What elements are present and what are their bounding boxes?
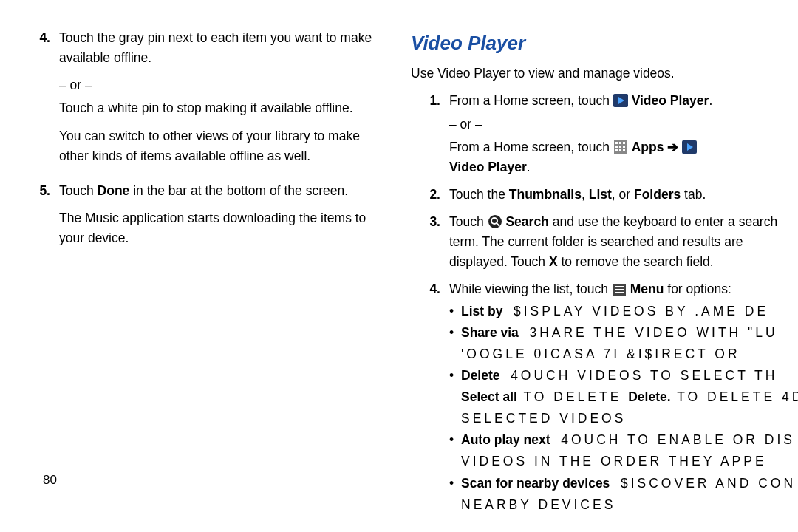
bullet: • — [449, 474, 461, 494]
text: While viewing the list, touch — [449, 282, 612, 296]
text: to remove the search field. — [558, 254, 714, 269]
search-icon — [488, 215, 502, 228]
step-body: From a Home screen, touch Video Player. … — [449, 91, 798, 177]
auto-play-next-label: Auto play next — [461, 432, 550, 447]
svg-rect-9 — [615, 149, 618, 151]
text: Touch — [449, 214, 488, 229]
garbled-text: NEARBY DEVICES — [449, 495, 798, 515]
apps-icon — [613, 140, 628, 154]
list-item: • Scan for nearby devices $ISCOVER AND C… — [449, 474, 798, 494]
list-item: • Share via 3HARE THE VIDEO WITH "LU — [449, 323, 798, 343]
text: From a Home screen, touch — [449, 140, 613, 154]
list-item: Select all TO DELETE Delete. TO DELETE 4… — [449, 387, 798, 407]
svg-rect-19 — [615, 289, 624, 290]
text: Share via 3HARE THE VIDEO WITH "LU — [461, 323, 798, 343]
delete-inline-label: Delete. — [628, 389, 670, 404]
folders-label: Folders — [634, 187, 681, 202]
share-via-label: Share via — [461, 325, 519, 340]
text: Touch the gray pin next to each item you… — [59, 28, 386, 68]
step-5: 5. Touch Done in the bar at the bottom o… — [21, 181, 386, 256]
step-2: 2. Touch the Thumbnails, List, or Folder… — [411, 185, 798, 205]
text: . — [527, 160, 531, 174]
garbled-text: $ISCOVER AND CON — [621, 476, 796, 491]
step-body: Touch Search and use the keyboard to ent… — [449, 212, 798, 272]
step-number: 5. — [21, 181, 59, 256]
section-title: Video Player — [411, 28, 798, 58]
garbled-text: 'OOGLE 0ICASA 7I &I$IRECT OR — [449, 344, 798, 364]
select-all-label: Select all — [461, 389, 517, 404]
text: List by $ISPLAY VIDEOS BY .AME DE — [461, 301, 798, 321]
text: for options: — [664, 282, 731, 296]
text: Video Player. — [449, 157, 798, 177]
video-player-label: Video Player — [449, 160, 527, 174]
x-label: X — [549, 254, 558, 269]
garbled-text: 3HARE THE VIDEO WITH "LU — [529, 325, 777, 340]
svg-rect-7 — [619, 146, 621, 148]
text: While viewing the list, touch Menu for o… — [449, 279, 798, 299]
list-item: • Delete 4OUCH VIDEOS TO SELECT TH — [449, 366, 798, 386]
step-3: 3. Touch Search and use the keyboard to … — [411, 212, 798, 272]
video-player-icon — [682, 140, 697, 154]
or-text: – or – — [449, 115, 798, 134]
thumbnails-label: Thumbnails — [509, 187, 582, 202]
step-number: 4. — [21, 28, 59, 174]
right-column: Video Player Use Video Player to view an… — [399, 28, 798, 532]
text: The Music application starts downloading… — [59, 208, 386, 248]
svg-rect-10 — [619, 149, 621, 151]
text: From a Home screen, touch Video Player. — [449, 91, 798, 111]
search-label: Search — [505, 214, 548, 229]
step-body: Touch the Thumbnails, List, or Folders t… — [449, 185, 798, 205]
video-player-icon — [613, 94, 628, 107]
svg-rect-11 — [623, 149, 625, 151]
text: Touch the — [449, 187, 509, 202]
text: Auto play next 4OUCH TO ENABLE OR DIS — [461, 430, 798, 450]
left-column: 4. Touch the gray pin next to each item … — [0, 28, 399, 532]
list-item: • Auto play next 4OUCH TO ENABLE OR DIS — [449, 430, 798, 450]
svg-rect-4 — [619, 142, 621, 144]
svg-rect-6 — [615, 146, 618, 148]
svg-rect-3 — [615, 142, 618, 144]
bullet: • — [449, 301, 461, 321]
text: From a Home screen, touch — [449, 93, 613, 108]
step-4b: 4. While viewing the list, touch Menu fo… — [411, 279, 798, 516]
garbled-text: VIDEOS IN THE ORDER THEY APPE — [449, 451, 798, 471]
text: You can switch to other views of your li… — [59, 126, 386, 166]
list-by-label: List by — [461, 304, 502, 318]
menu-options: • List by $ISPLAY VIDEOS BY .AME DE • Sh… — [449, 301, 798, 515]
step-4: 4. Touch the gray pin next to each item … — [21, 28, 386, 174]
text: . — [709, 93, 712, 108]
text: Select all TO DELETE Delete. TO DELETE 4… — [461, 387, 798, 407]
garbled-text: 4OUCH VIDEOS TO SELECT TH — [511, 368, 777, 383]
svg-rect-8 — [623, 146, 625, 148]
bullet: • — [449, 366, 461, 386]
arrow: ➔ — [667, 140, 678, 154]
step-number: 2. — [411, 185, 449, 205]
text: , or — [612, 187, 634, 202]
garbled-text: TO DELETE 4DU — [671, 389, 798, 404]
garbled-text: TO DELETE — [517, 389, 628, 404]
page-number: 80 — [43, 473, 57, 488]
intro-text: Use Video Player to view and manage vide… — [411, 64, 798, 83]
text: From a Home screen, touch Apps ➔ — [449, 137, 798, 157]
text: tab. — [681, 187, 706, 202]
garbled-text: $ISPLAY VIDEOS BY .AME DE — [514, 304, 768, 318]
step-number: 3. — [411, 212, 449, 272]
page: 4. Touch the gray pin next to each item … — [0, 0, 798, 532]
svg-rect-18 — [615, 286, 624, 287]
svg-rect-20 — [615, 292, 624, 293]
text: Touch — [59, 183, 98, 198]
step-1: 1. From a Home screen, touch Video Playe… — [411, 91, 798, 177]
text: Scan for nearby devices $ISCOVER AND CON — [461, 474, 798, 494]
video-player-label: Video Player — [632, 93, 709, 108]
step-number: 4. — [411, 279, 449, 516]
text: Touch Done in the bar at the bottom of t… — [59, 181, 386, 201]
bullet: • — [449, 430, 461, 450]
menu-icon — [612, 283, 627, 296]
step-body: Touch the gray pin next to each item you… — [59, 28, 386, 174]
step-number: 1. — [411, 91, 449, 177]
menu-label: Menu — [630, 282, 664, 296]
svg-rect-5 — [623, 142, 625, 144]
scan-nearby-label: Scan for nearby devices — [461, 476, 610, 491]
svg-point-14 — [488, 215, 502, 228]
text: , — [582, 187, 589, 202]
